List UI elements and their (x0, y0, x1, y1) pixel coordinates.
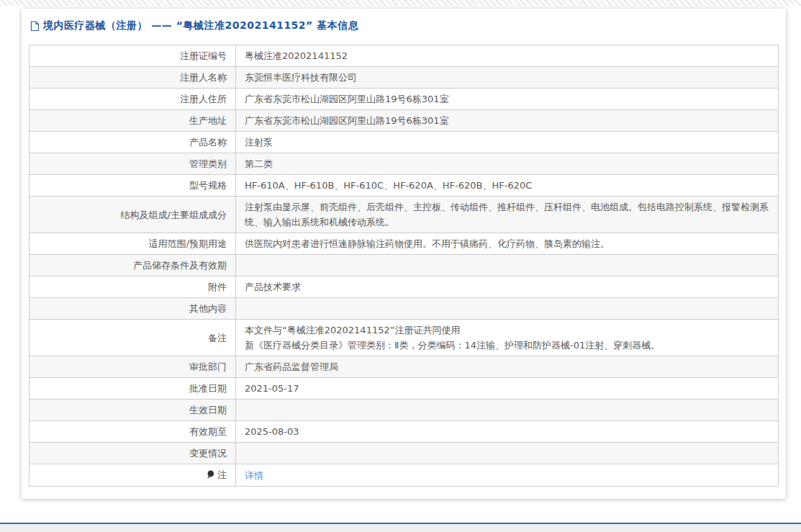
row-value-cell: 广东省药品监督管理局 (236, 356, 779, 378)
row-label-cell: 附件 (30, 276, 236, 298)
row-label: 注册证编号 (180, 50, 227, 61)
row-label: 有效期至 (189, 426, 227, 437)
page: 境内医疗器械（注册） —— “粤械注准20202141152” 基本信息 注册证… (0, 0, 801, 532)
row-label: 其他内容 (189, 303, 227, 314)
row-value: 粤械注准20202141152 (245, 50, 348, 61)
row-value-cell: 注射泵 (236, 132, 779, 153)
row-label: 管理类别 (189, 158, 227, 169)
table-row: 批准日期2021-05-17 (30, 378, 779, 400)
row-value: 本文件与“粤械注准20202141152”注册证共同使用 新《医疗器械分类目录》… (245, 325, 660, 351)
table-row: 有效期至2025-08-03 (30, 421, 779, 443)
row-label-cell: 注册人住所 (30, 89, 236, 110)
detail-link[interactable]: 详情 (245, 470, 263, 481)
row-label-cell: 产品名称 (30, 132, 236, 153)
row-label-cell: 生产地址 (30, 110, 236, 132)
registration-table-body: 注册证编号粤械注准20202141152注册人名称东莞恒丰医疗科技有限公司注册人… (30, 45, 779, 487)
table-row: 备注本文件与“粤械注准20202141152”注册证共同使用 新《医疗器械分类目… (30, 320, 779, 356)
row-value-cell: 产品技术要求 (236, 276, 779, 298)
row-value: 广东省东莞市松山湖园区阿里山路19号6栋301室 (245, 94, 449, 104)
row-label: 生效日期 (189, 405, 227, 415)
row-label-cell: 备注 (30, 320, 236, 356)
row-label-cell: 注册证编号 (30, 45, 236, 67)
row-value-cell: 注射泵由显示屏、前壳组件、后壳组件、主控板、传动组件、推杆组件、压杆组件、电池组… (236, 197, 779, 233)
row-value-cell: 2021-05-17 (236, 378, 779, 400)
top-decorative-stripes (0, 0, 801, 6)
row-label: 审批部门 (189, 361, 227, 372)
row-label-cell: 结构及组成/主要组成成分 (30, 197, 236, 233)
footer-strip (0, 524, 801, 532)
table-row: 注册人住所广东省东莞市松山湖园区阿里山路19号6栋301室 (30, 89, 779, 110)
table-row: 型号规格HF-610A、HF-610B、HF-610C、HF-620A、HF-6… (30, 175, 779, 197)
row-value: 广东省药品监督管理局 (245, 361, 338, 372)
row-value-cell: 详情 (236, 464, 779, 487)
registration-info-card: 境内医疗器械（注册） —— “粤械注准20202141152” 基本信息 注册证… (22, 9, 786, 499)
table-row: 生产地址广东省东莞市松山湖园区阿里山路19号6栋301室 (30, 110, 779, 132)
row-value-cell: HF-610A、HF-610B、HF-610C、HF-620A、HF-620B、… (236, 175, 779, 197)
registration-table: 注册证编号粤械注准20202141152注册人名称东莞恒丰医疗科技有限公司注册人… (29, 45, 779, 487)
row-label: 变更情况 (189, 448, 227, 459)
row-label: 注 (217, 469, 227, 480)
row-label-cell: 有效期至 (30, 421, 236, 443)
row-value: HF-610A、HF-610B、HF-610C、HF-620A、HF-620B、… (245, 180, 532, 191)
row-value-cell: 2025-08-03 (236, 421, 779, 443)
row-label-cell: 审批部门 (30, 356, 236, 378)
table-row: 适用范围/预期用途供医院内对患者进行恒速静脉输注药物使用。不用于镇痛药、化疗药物… (30, 233, 779, 255)
row-label: 注册人名称 (180, 72, 227, 83)
row-label: 生产地址 (189, 115, 227, 126)
document-icon (30, 21, 40, 32)
table-row: 生效日期 (30, 400, 779, 421)
row-value-cell: 第二类 (236, 153, 779, 175)
row-value-cell: 东莞恒丰医疗科技有限公司 (236, 67, 779, 89)
row-label: 产品储存条件及有效期 (133, 260, 227, 271)
table-row: 产品名称注射泵 (30, 132, 779, 153)
row-value: 东莞恒丰医疗科技有限公司 (245, 72, 357, 83)
card-header: 境内医疗器械（注册） —— “粤械注准20202141152” 基本信息 (29, 9, 779, 45)
row-value-cell: 本文件与“粤械注准20202141152”注册证共同使用 新《医疗器械分类目录》… (236, 320, 779, 356)
row-label: 批准日期 (189, 383, 227, 394)
row-label: 附件 (208, 281, 227, 292)
table-row: 注详情 (30, 464, 779, 487)
row-value: 注射泵由显示屏、前壳组件、后壳组件、主控板、传动组件、推杆组件、压杆组件、电池组… (245, 202, 769, 227)
row-value-cell (236, 400, 779, 421)
row-label-cell: 注册人名称 (30, 67, 236, 89)
row-label-cell: 适用范围/预期用途 (30, 233, 236, 255)
row-value: 2021-05-17 (245, 383, 299, 394)
row-value-cell: 广东省东莞市松山湖园区阿里山路19号6栋301室 (236, 89, 779, 110)
table-row: 其他内容 (30, 298, 779, 320)
row-label-cell: 型号规格 (30, 175, 236, 197)
row-label: 备注 (208, 333, 227, 343)
row-value-cell (236, 298, 779, 320)
row-value: 注射泵 (245, 137, 273, 148)
table-row: 审批部门广东省药品监督管理局 (30, 356, 779, 378)
table-row: 变更情况 (30, 443, 779, 464)
row-label-cell: 管理类别 (30, 153, 236, 175)
row-label: 适用范围/预期用途 (149, 238, 227, 249)
row-label: 结构及组成/主要组成成分 (121, 209, 227, 220)
table-row: 注册证编号粤械注准20202141152 (30, 45, 779, 67)
table-row: 附件产品技术要求 (30, 276, 779, 298)
row-value: 产品技术要求 (245, 281, 301, 292)
row-value: 第二类 (245, 158, 273, 169)
row-value: 广东省东莞市松山湖园区阿里山路19号6栋301室 (245, 115, 449, 126)
table-row: 管理类别第二类 (30, 153, 779, 175)
page-title: 境内医疗器械（注册） —— “粤械注准20202141152” 基本信息 (43, 19, 358, 32)
page-footer (0, 523, 801, 532)
row-value: 2025-08-03 (245, 426, 299, 437)
row-label-cell: 注 (30, 464, 236, 487)
row-label: 注册人住所 (180, 94, 227, 104)
note-balloon-icon (207, 468, 214, 483)
row-value-cell: 供医院内对患者进行恒速静脉输注药物使用。不用于镇痛药、化疗药物、胰岛素的输注。 (236, 233, 779, 255)
row-value-cell: 广东省东莞市松山湖园区阿里山路19号6栋301室 (236, 110, 779, 132)
row-label-cell: 批准日期 (30, 378, 236, 400)
row-label-cell: 其他内容 (30, 298, 236, 320)
table-row: 结构及组成/主要组成成分注射泵由显示屏、前壳组件、后壳组件、主控板、传动组件、推… (30, 197, 779, 233)
row-value: 供医院内对患者进行恒速静脉输注药物使用。不用于镇痛药、化疗药物、胰岛素的输注。 (245, 238, 610, 249)
row-label-cell: 产品储存条件及有效期 (30, 255, 236, 276)
row-label-cell: 生效日期 (30, 400, 236, 421)
row-label: 型号规格 (189, 180, 227, 191)
row-label-cell: 变更情况 (30, 443, 236, 464)
row-value-cell: 粤械注准20202141152 (236, 45, 779, 67)
row-value-cell (236, 443, 779, 464)
table-row: 产品储存条件及有效期 (30, 255, 779, 276)
row-value-cell (236, 255, 779, 276)
